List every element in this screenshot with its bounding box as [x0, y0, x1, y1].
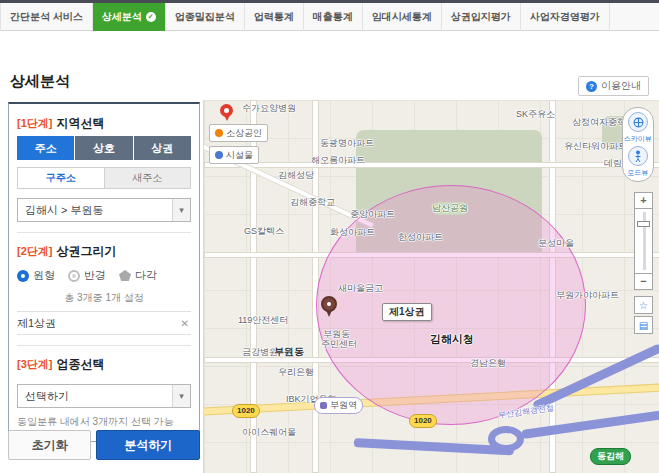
step2-badge: [2단계] — [17, 244, 52, 259]
map-label: 동광명아파트 — [320, 137, 374, 150]
layer-label: 시설물 — [226, 149, 253, 162]
map-label: 경남은행 — [470, 357, 506, 370]
interchange-ring — [488, 426, 524, 452]
location-pin-icon — [220, 104, 233, 117]
top-navigation: 간단분석 서비스 상세분석 ✓ 업종밀집분석 업력통계 매출통계 임대시세통계 … — [0, 0, 659, 31]
step2-header: [2단계] 상권그리기 — [17, 232, 191, 262]
search-type-tabs: 주소 상호 상권 — [17, 136, 191, 160]
rail-icon — [320, 402, 327, 409]
help-label: 이용안내 — [601, 79, 641, 93]
nav-label: 업력통계 — [254, 10, 294, 24]
nav-item-detail-analysis[interactable]: 상세분석 ✓ — [93, 3, 166, 31]
layer-label: 소상공인 — [226, 127, 262, 140]
area-marker-pin[interactable] — [321, 296, 337, 312]
nav-label: 간단분석 서비스 — [10, 10, 83, 24]
area-item-label: 제1상권 — [17, 316, 56, 331]
skyview-label: 스카이뷰 — [624, 134, 652, 144]
remove-area-button[interactable]: ✕ — [179, 318, 191, 329]
step3-badge: [3단계] — [17, 357, 52, 372]
nav-item-business-age-stats[interactable]: 업력통계 — [245, 3, 304, 31]
zoom-slider-handle[interactable] — [637, 221, 650, 227]
tab-trade-area[interactable]: 상권 — [134, 136, 191, 160]
facility-icon — [215, 151, 223, 159]
nav-item-location-rating[interactable]: 상권입지평가 — [442, 3, 521, 31]
globe-icon — [633, 117, 644, 128]
nav-item-rent-stats[interactable]: 임대시세통계 — [363, 3, 442, 31]
zoom-slider[interactable] — [634, 209, 653, 273]
tab-store-name[interactable]: 상호 — [75, 136, 133, 160]
map-label: 우리은행 — [278, 366, 314, 379]
nav-label: 상세분석 — [102, 10, 142, 24]
region-select[interactable]: 김해시 > 부원동 ▾ — [17, 198, 191, 222]
nav-label: 상권입지평가 — [451, 10, 511, 24]
step1-title: 지역선택 — [56, 115, 104, 132]
page-title: 상세분석 — [10, 72, 70, 91]
tab-address[interactable]: 주소 — [17, 136, 75, 160]
road-number-badge: 1020 — [409, 414, 437, 428]
favorite-tool-button[interactable]: ☆ — [634, 296, 653, 314]
map-label: 주민센터 — [321, 338, 357, 351]
help-button[interactable]: ? 이용안내 — [578, 76, 649, 96]
nav-item-density-analysis[interactable]: 업종밀집분석 — [166, 3, 245, 31]
category-select-value: 선택하기 — [25, 389, 69, 404]
skyview-button[interactable] — [628, 112, 648, 132]
chevron-down-icon: ▾ — [172, 385, 190, 407]
map-label: 김해중학교 — [290, 196, 335, 209]
map-label: 부원동 — [274, 345, 304, 359]
radio-polygon[interactable]: 다각 — [119, 268, 157, 283]
action-buttons: 초기화 분석하기 — [8, 430, 200, 460]
address-type-subtabs: 구주소 새주소 — [17, 167, 191, 189]
map-label: 남산공원 — [432, 202, 468, 215]
map-label: 중앙아파트 — [350, 208, 395, 221]
station-label: 부원역 — [330, 399, 357, 412]
map[interactable]: 수가요양병원SK주유소삼정여자중학교동광명아파트해오름아파트유신타워아파트데림아… — [203, 100, 659, 473]
app-window: 간단분석 서비스 상세분석 ✓ 업종밀집분석 업력통계 매출통계 임대시세통계 … — [0, 0, 659, 473]
step1-badge: [1단계] — [17, 116, 52, 131]
subtab-old-address[interactable]: 구주소 — [18, 168, 105, 188]
radio-polygon-label: 다각 — [135, 268, 157, 283]
active-check-icon: ✓ — [146, 12, 156, 22]
map-label: GS칼텍스 — [244, 225, 284, 238]
roadview-button[interactable] — [628, 146, 648, 166]
zoom-in-button[interactable]: + — [634, 192, 653, 209]
radio-radius[interactable]: 반경 — [68, 268, 106, 283]
small-business-layer-button[interactable]: 소상공인 — [209, 124, 268, 142]
radio-unselected-icon — [68, 270, 80, 282]
nav-item-simple-analysis[interactable]: 간단분석 서비스 — [0, 3, 93, 31]
region-select-value: 김해시 > 부원동 — [25, 203, 104, 218]
radio-circle-label: 원형 — [33, 268, 55, 283]
nav-item-sales-stats[interactable]: 매출통계 — [304, 3, 363, 31]
nav-label: 매출통계 — [313, 10, 353, 24]
category-select[interactable]: 선택하기 ▾ — [17, 384, 191, 408]
nav-label: 업종밀집분석 — [175, 10, 235, 24]
map-label: 김해시청 — [430, 332, 474, 347]
area-count-text: 총 3개중 1개 설정 — [17, 291, 191, 305]
interchange-badge: 동김해 — [590, 448, 631, 465]
step2-title: 상권그리기 — [56, 243, 116, 260]
map-label: 분성마을 — [538, 237, 574, 250]
road-number-badge: 1020 — [232, 404, 260, 418]
map-view-panel: 스카이뷰 로드뷰 — [622, 107, 654, 182]
zoom-out-button[interactable]: − — [634, 273, 653, 290]
map-label: 금강병원 — [242, 346, 278, 359]
trade-area-tag[interactable]: 제1상권 — [382, 303, 432, 321]
analysis-panel: [1단계] 지역선택 주소 상호 상권 구주소 새주소 김해시 > 부원동 ▾ … — [8, 102, 200, 442]
measure-tool-button[interactable]: ▤ — [634, 316, 653, 334]
step3-title: 업종선택 — [56, 356, 104, 373]
radio-radius-label: 반경 — [84, 268, 106, 283]
radio-selected-icon — [17, 270, 29, 282]
analyze-button[interactable]: 분석하기 — [96, 430, 200, 460]
nav-item-owner-rating[interactable]: 사업자경영평가 — [521, 3, 610, 31]
nav-label: 사업자경영평가 — [530, 10, 600, 24]
map-label: 부원가야아파트 — [556, 289, 619, 302]
map-label: 해오름아파트 — [311, 154, 365, 167]
radio-circle[interactable]: 원형 — [17, 268, 55, 283]
reset-button[interactable]: 초기화 — [8, 430, 91, 460]
map-label: 유신타워아파트 — [564, 140, 627, 153]
map-label: 새마을금고 — [338, 282, 383, 295]
step1-header: [1단계] 지역선택 — [17, 112, 191, 134]
facility-layer-button[interactable]: 시설물 — [209, 146, 259, 164]
trade-area-circle — [316, 185, 586, 425]
subtab-new-address[interactable]: 새주소 — [105, 168, 191, 188]
chevron-down-icon: ▾ — [172, 199, 190, 221]
